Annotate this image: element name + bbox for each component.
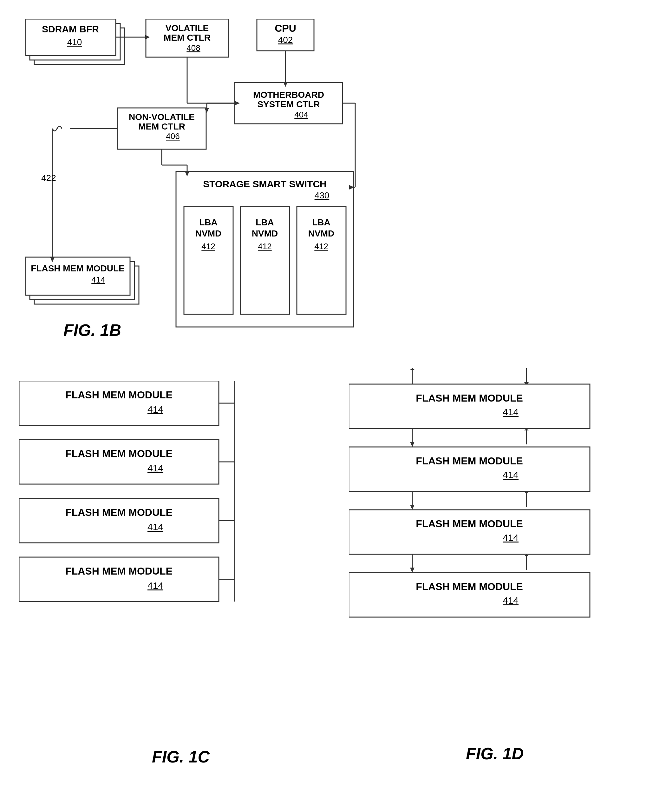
svg-text:FLASH MEM MODULE: FLASH MEM MODULE	[65, 389, 173, 400]
svg-text:412: 412	[314, 241, 328, 251]
svg-text:SYSTEM CTLR: SYSTEM CTLR	[257, 99, 320, 109]
svg-text:406: 406	[166, 131, 180, 141]
svg-marker-80	[410, 368, 414, 370]
svg-text:408: 408	[186, 43, 200, 53]
svg-text:430: 430	[315, 190, 330, 200]
svg-rect-105	[349, 573, 590, 617]
svg-text:VOLATILE: VOLATILE	[166, 23, 209, 33]
svg-rect-68	[19, 498, 219, 543]
svg-marker-95	[410, 505, 414, 510]
svg-text:LBA: LBA	[256, 217, 274, 227]
svg-text:FLASH MEM MODULE: FLASH MEM MODULE	[416, 455, 523, 466]
svg-text:LBA: LBA	[199, 217, 218, 227]
svg-text:414: 414	[503, 407, 519, 417]
svg-text:NVMD: NVMD	[308, 228, 334, 238]
svg-rect-37	[25, 257, 130, 295]
svg-text:414: 414	[503, 595, 519, 606]
svg-text:FLASH MEM MODULE: FLASH MEM MODULE	[416, 392, 523, 404]
svg-text:NVMD: NVMD	[195, 228, 221, 238]
svg-text:402: 402	[278, 35, 293, 45]
svg-text:FLASH MEM MODULE: FLASH MEM MODULE	[31, 263, 125, 273]
svg-text:NVMD: NVMD	[252, 228, 278, 238]
svg-text:414: 414	[91, 275, 105, 284]
svg-text:422: 422	[41, 173, 56, 183]
svg-text:412: 412	[258, 241, 272, 251]
svg-text:404: 404	[294, 110, 308, 119]
fig1b-label: FIG. 1B	[63, 321, 121, 340]
svg-marker-102	[410, 567, 414, 573]
svg-text:FLASH MEM MODULE: FLASH MEM MODULE	[65, 448, 173, 459]
svg-text:SDRAM  BFR: SDRAM BFR	[42, 24, 99, 34]
fig1d-section: FLASH MEM MODULE 414 FLASH MEM MODULE 41…	[349, 368, 641, 763]
svg-text:414: 414	[503, 470, 519, 480]
fig1c-diagram: FLASH MEM MODULE 414 FLASH MEM MODULE 41…	[19, 381, 279, 736]
svg-text:LBA: LBA	[312, 217, 330, 227]
svg-rect-83	[349, 384, 590, 428]
svg-text:414: 414	[147, 521, 163, 532]
svg-text:MEM CTLR: MEM CTLR	[164, 33, 211, 43]
svg-text:414: 414	[147, 404, 163, 415]
svg-text:412: 412	[201, 241, 215, 251]
svg-rect-62	[19, 381, 219, 425]
svg-text:FLASH MEM MODULE: FLASH MEM MODULE	[416, 581, 523, 592]
svg-text:NON-VOLATILE: NON-VOLATILE	[129, 112, 195, 122]
svg-rect-71	[19, 557, 219, 602]
svg-rect-91	[349, 447, 590, 491]
svg-text:MOTHERBOARD: MOTHERBOARD	[253, 90, 324, 100]
fig1d-diagram: FLASH MEM MODULE 414 FLASH MEM MODULE 41…	[349, 368, 641, 736]
svg-text:414: 414	[147, 580, 163, 591]
fig1d-top-diagram	[374, 19, 666, 368]
fig1d-label: FIG. 1D	[349, 744, 641, 763]
fig1b-section: SDRAM BFR 410 VOLATILE MEM CTLR 408 CPU …	[25, 19, 659, 384]
svg-rect-65	[19, 440, 219, 484]
page-container: SDRAM BFR 410 VOLATILE MEM CTLR 408 CPU …	[0, 0, 666, 812]
svg-rect-98	[349, 510, 590, 554]
fig1b-diagram: SDRAM BFR 410 VOLATILE MEM CTLR 408 CPU …	[25, 19, 358, 368]
svg-text:414: 414	[147, 463, 163, 473]
svg-text:STORAGE SMART SWITCH: STORAGE SMART SWITCH	[203, 179, 326, 189]
fig1c-label: FIG. 1C	[19, 747, 279, 766]
svg-text:FLASH MEM MODULE: FLASH MEM MODULE	[65, 507, 173, 518]
svg-text:FLASH MEM MODULE: FLASH MEM MODULE	[416, 518, 523, 529]
svg-text:MEM CTLR: MEM CTLR	[138, 122, 185, 131]
svg-text:CPU: CPU	[275, 23, 296, 34]
svg-text:414: 414	[503, 533, 519, 543]
svg-text:FLASH MEM MODULE: FLASH MEM MODULE	[65, 566, 173, 577]
fig1c-section: FLASH MEM MODULE 414 FLASH MEM MODULE 41…	[19, 381, 279, 766]
svg-text:410: 410	[67, 37, 82, 47]
